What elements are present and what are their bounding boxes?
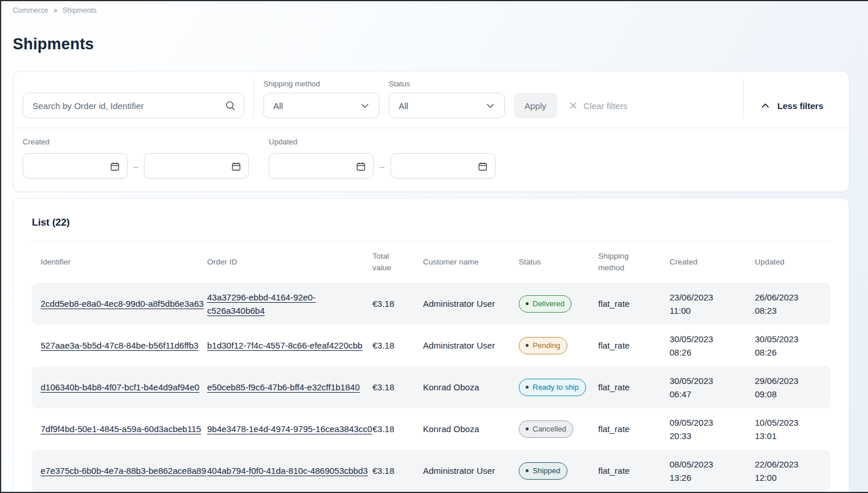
updated-time: 08:23 — [755, 304, 822, 317]
order-id-link[interactable]: 404ab794-f0f0-41da-810c-4869053cbbd3 — [207, 466, 368, 476]
customer-name-cell: Administrator User — [423, 339, 496, 352]
filter-panel: Shipping method All Status All — [13, 71, 849, 192]
shipping-method-cell: flat_rate — [598, 297, 670, 310]
order-id-cell: 9b4e3478-1e4d-4974-9795-16cea3843cc0 — [207, 422, 372, 436]
calendar-icon[interactable] — [110, 161, 120, 172]
updated-from-field — [269, 153, 374, 179]
column-header: Shipping method — [598, 251, 636, 273]
search-input[interactable] — [23, 93, 244, 118]
total-value-cell: €3.18 — [372, 464, 423, 477]
updated-date: 22/06/2023 — [755, 458, 822, 471]
created-cell: 30/05/2023 08:26 — [670, 332, 755, 360]
shipping-method-select[interactable]: All — [263, 93, 379, 118]
chevron-up-icon — [760, 100, 771, 111]
close-icon — [569, 101, 578, 110]
order-id-link[interactable]: b1d30f12-7f4c-4557-8c66-efeaf4220cbb — [207, 340, 363, 350]
total-value-cell: €3.18 — [372, 339, 423, 352]
created-cell: 30/05/2023 06:47 — [670, 374, 755, 401]
identifier-link[interactable]: 527aae3a-5b5d-47c8-84be-b56f11d6ffb3 — [41, 340, 198, 350]
status-cell: Cancelled — [519, 420, 598, 438]
shipping-method-value: All — [273, 101, 283, 111]
updated-cell: 22/06/2023 12:00 — [755, 458, 822, 485]
calendar-icon[interactable] — [356, 161, 366, 172]
customer-name-cell: Administrator User — [423, 297, 496, 310]
shipping-method-cell: flat_rate — [598, 339, 670, 352]
created-date: 09/05/2023 — [670, 416, 755, 429]
created-time: 13:26 — [670, 471, 755, 484]
created-cell: 23/06/2023 11:00 — [670, 291, 755, 318]
identifier-link[interactable]: 7df9f4bd-50e1-4845-a59a-60d3acbeb115 — [41, 424, 201, 434]
created-label: Created — [23, 137, 249, 146]
order-id-cell: 43a37296-ebbd-4164-92e0-c526a340b6b4 — [207, 291, 372, 318]
table-row: 527aae3a-5b5d-47c8-84be-b56f11d6ffb3 b1d… — [32, 325, 830, 367]
breadcrumb-separator: > — [53, 7, 57, 14]
less-filters-toggle[interactable]: Less filters — [753, 93, 840, 118]
identifier-cell: 2cdd5eb8-e8a0-4ec8-99d0-a8f5db6e3a63 — [41, 297, 207, 310]
status-cell: Ready to ship — [519, 379, 598, 396]
created-time: 06:47 — [670, 387, 755, 401]
column-header: Updated — [755, 256, 822, 268]
breadcrumb: Commerce > Shipments — [1, 1, 868, 14]
updated-range: Updated – — [269, 137, 495, 179]
status-select[interactable]: All — [389, 93, 505, 118]
filter-separator — [743, 79, 744, 118]
created-cell: 09/05/2023 20:33 — [670, 416, 755, 443]
search-icon[interactable] — [225, 100, 236, 111]
table-row: e7e375cb-6b0b-4e7a-88b3-be862ace8a89 404… — [32, 450, 830, 492]
created-date: 30/05/2023 — [670, 332, 755, 346]
created-time: 20:33 — [670, 429, 755, 443]
order-id-link[interactable]: 9b4e3478-1e4d-4974-9795-16cea3843cc0 — [207, 424, 372, 434]
total-value-cell: €3.18 — [372, 380, 423, 394]
shipping-method-cell: flat_rate — [598, 464, 670, 477]
shipping-method-cell: flat_rate — [598, 422, 670, 436]
order-id-link[interactable]: e50ceb85-f9c6-47b6-bff4-e32cff1b1840 — [207, 382, 360, 392]
clear-filters-button[interactable]: Clear filters — [566, 93, 630, 118]
calendar-icon[interactable] — [478, 161, 488, 172]
status-dot-icon — [526, 302, 529, 305]
breadcrumb-commerce[interactable]: Commerce — [13, 6, 48, 14]
identifier-link[interactable]: e7e375cb-6b0b-4e7a-88b3-be862ace8a89 — [41, 466, 206, 476]
status-dot-icon — [526, 344, 529, 347]
column-header: Created — [670, 256, 755, 268]
status-badge: Pending — [519, 337, 567, 354]
breadcrumb-shipments[interactable]: Shipments — [63, 6, 97, 14]
status-dot-icon — [526, 469, 529, 472]
updated-date: 30/05/2023 — [755, 332, 822, 346]
updated-label: Updated — [269, 137, 495, 146]
column-header: Order ID — [207, 256, 372, 268]
status-cell: Pending — [519, 337, 598, 354]
updated-time: 12:00 — [755, 471, 822, 484]
chevron-down-icon — [486, 101, 495, 110]
shipments-list-panel: List (22) IdentifierOrder IDTotal valueC… — [13, 198, 849, 493]
customer-name-cell: Administrator User — [423, 464, 496, 477]
table-body: 2cdd5eb8-e8a0-4ec8-99d0-a8f5db6e3a63 43a… — [32, 283, 830, 492]
identifier-link[interactable]: 2cdd5eb8-e8a0-4ec8-99d0-a8f5db6e3a63 — [41, 299, 204, 309]
status-badge-label: Delivered — [533, 298, 565, 310]
column-header: Identifier — [41, 256, 207, 268]
status-label: Status — [389, 79, 505, 88]
filter-separator — [254, 79, 254, 118]
calendar-icon[interactable] — [231, 161, 241, 172]
identifier-link[interactable]: d106340b-b4b8-4f07-bcf1-b4e4d9af94e0 — [41, 382, 200, 392]
updated-cell: 26/06/2023 08:23 — [755, 291, 822, 318]
order-id-link[interactable]: 43a37296-ebbd-4164-92e0-c526a340b6b4 — [207, 292, 316, 316]
chevron-down-icon — [360, 101, 370, 110]
table-row: 7df9f4bd-50e1-4845-a59a-60d3acbeb115 9b4… — [32, 408, 830, 450]
updated-time: 09:08 — [755, 387, 822, 401]
created-time: 08:26 — [670, 346, 755, 359]
status-badge-label: Pending — [533, 340, 560, 351]
less-filters-label: Less filters — [777, 101, 823, 111]
apply-button[interactable]: Apply — [514, 93, 557, 118]
search-field — [23, 93, 244, 118]
identifier-cell: 7df9f4bd-50e1-4845-a59a-60d3acbeb115 — [41, 422, 207, 436]
created-date: 30/05/2023 — [670, 374, 755, 387]
status-badge-label: Cancelled — [533, 423, 566, 435]
filter-dates-row: Created – — [13, 128, 849, 191]
identifier-cell: d106340b-b4b8-4f07-bcf1-b4e4d9af94e0 — [41, 380, 207, 394]
updated-date: 29/06/2023 — [755, 374, 822, 387]
status-cell: Shipped — [519, 462, 598, 480]
status-badge: Cancelled — [519, 420, 573, 438]
updated-time: 13:01 — [755, 429, 822, 443]
updated-date: 26/06/2023 — [755, 291, 822, 304]
created-date: 23/06/2023 — [670, 291, 755, 304]
